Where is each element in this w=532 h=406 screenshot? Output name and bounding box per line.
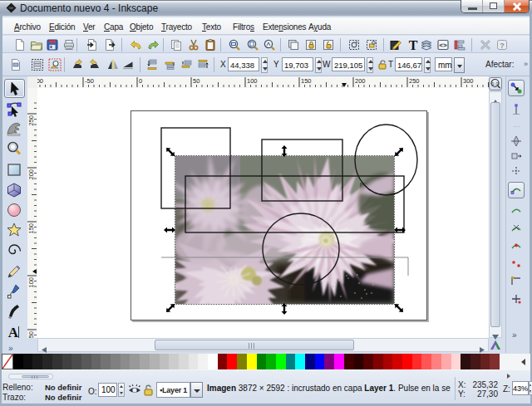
svg-text:200: 200 [355,77,366,85]
svg-text:100: 100 [27,277,35,288]
svg-text:250: 250 [409,77,420,85]
svg-text:50: 50 [27,331,35,338]
svg-text:1:1: 1:1 [491,81,499,86]
svg-text:A: A [8,325,19,340]
svg-text:150: 150 [27,223,35,234]
svg-text:-50: -50 [85,77,94,85]
svg-text:<>: <> [439,42,447,49]
svg-text:150: 150 [301,77,312,85]
svg-text:250: 250 [27,115,35,126]
svg-text:?: ? [500,42,505,50]
svg-text:⋯: ⋯ [513,123,520,130]
svg-text:50: 50 [193,77,200,85]
svg-text:0: 0 [139,77,142,85]
svg-text:100: 100 [247,77,258,85]
svg-text:300: 300 [463,77,474,85]
svg-text:-100: -100 [37,77,43,85]
svg-text:200: 200 [27,169,35,180]
svg-text:T: T [409,38,418,51]
